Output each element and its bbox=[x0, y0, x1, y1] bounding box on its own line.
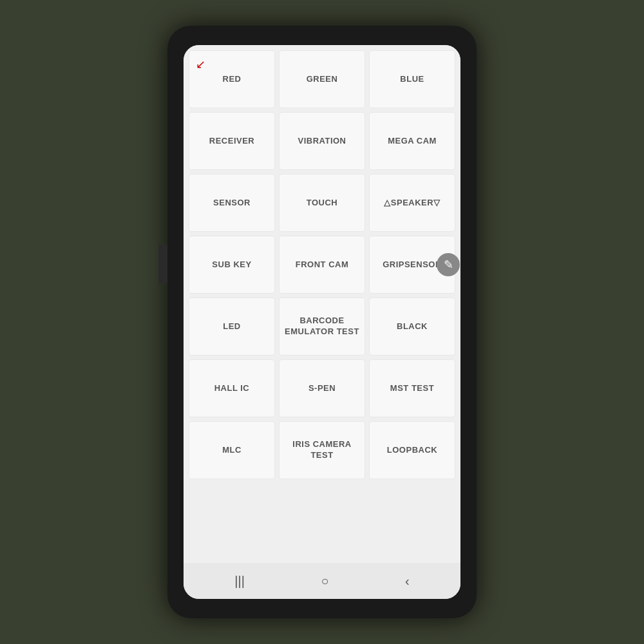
back-icon[interactable]: ‹ bbox=[405, 574, 410, 589]
cell-label-hall-ic: HALL IC bbox=[212, 381, 252, 397]
screen-content: ↙REDGREENBLUERECEIVERVIBRATIONMEGA CAMSE… bbox=[184, 45, 460, 563]
cell-label-led: LED bbox=[220, 319, 243, 335]
grid-cell-gripsensor[interactable]: ✎GRIPSENSOR bbox=[369, 236, 455, 294]
cell-label-mst-test: MST TEST bbox=[388, 381, 437, 397]
cell-label-receiver: RECEIVER bbox=[207, 133, 257, 149]
cell-label-red: RED bbox=[220, 71, 244, 88]
home-icon[interactable]: ○ bbox=[321, 574, 328, 589]
grid-cell-front-cam[interactable]: FRONT CAM bbox=[279, 236, 365, 294]
cell-label-iris-camera-test: IRIS CAMERA TEST bbox=[279, 437, 365, 464]
cell-label-sensor: SENSOR bbox=[211, 195, 253, 211]
cell-label-touch: TOUCH bbox=[304, 195, 340, 211]
grid-cell-black[interactable]: BLACK bbox=[369, 298, 455, 355]
cell-label-blue: BLUE bbox=[397, 71, 426, 88]
cell-label-vibration: VIBRATION bbox=[295, 133, 348, 149]
grid-cell-vibration[interactable]: VIBRATION bbox=[279, 112, 365, 170]
grid-cell-iris-camera-test[interactable]: IRIS CAMERA TEST bbox=[279, 421, 365, 479]
nav-bar: ||| ○ ‹ bbox=[184, 563, 460, 599]
test-grid: ↙REDGREENBLUERECEIVERVIBRATIONMEGA CAMSE… bbox=[189, 50, 455, 479]
cell-label-black: BLACK bbox=[394, 319, 430, 335]
cell-label-green: GREEN bbox=[304, 71, 341, 88]
grid-cell-blue[interactable]: BLUE bbox=[369, 50, 455, 108]
phone-screen: ↙REDGREENBLUERECEIVERVIBRATIONMEGA CAMSE… bbox=[184, 45, 460, 599]
grid-cell-touch[interactable]: TOUCH bbox=[279, 174, 365, 232]
grid-cell-mst-test[interactable]: MST TEST bbox=[369, 359, 455, 417]
grid-cell-mega-cam[interactable]: MEGA CAM bbox=[369, 112, 455, 170]
grid-cell-sensor[interactable]: SENSOR bbox=[189, 174, 275, 232]
cell-label-mega-cam: MEGA CAM bbox=[385, 133, 439, 149]
cell-label-front-cam: FRONT CAM bbox=[293, 257, 352, 273]
grid-cell-receiver[interactable]: RECEIVER bbox=[189, 112, 275, 170]
cell-label-speaker: △SPEAKER▽ bbox=[381, 195, 442, 211]
grid-cell-led[interactable]: LED bbox=[189, 298, 275, 355]
cell-label-mlc: MLC bbox=[220, 442, 244, 459]
cell-label-s-pen: S-PEN bbox=[306, 381, 338, 397]
grid-cell-mlc[interactable]: MLC bbox=[189, 421, 275, 479]
grid-cell-speaker[interactable]: △SPEAKER▽ bbox=[369, 174, 455, 232]
grid-cell-green[interactable]: GREEN bbox=[279, 50, 365, 108]
grid-cell-loopback[interactable]: LOOPBACK bbox=[369, 421, 455, 479]
grid-cell-hall-ic[interactable]: HALL IC bbox=[189, 359, 275, 417]
cell-label-sub-key: SUB KEY bbox=[209, 257, 254, 273]
phone-outer: ↙REDGREENBLUERECEIVERVIBRATIONMEGA CAMSE… bbox=[167, 26, 477, 618]
grid-cell-barcode-emulator-test[interactable]: BARCODE EMULATOR TEST bbox=[279, 298, 365, 355]
cell-label-gripsensor: GRIPSENSOR bbox=[380, 257, 444, 273]
recents-icon[interactable]: ||| bbox=[234, 574, 245, 589]
grid-cell-sub-key[interactable]: SUB KEY bbox=[189, 236, 275, 294]
fab-edit-button[interactable]: ✎ bbox=[437, 253, 460, 276]
cell-label-loopback: LOOPBACK bbox=[384, 442, 440, 459]
side-button bbox=[158, 245, 167, 283]
grid-cell-red[interactable]: ↙RED bbox=[189, 50, 275, 108]
cell-label-barcode-emulator-test: BARCODE EMULATOR TEST bbox=[282, 313, 362, 340]
grid-cell-s-pen[interactable]: S-PEN bbox=[279, 359, 365, 417]
red-arrow-icon: ↙ bbox=[196, 57, 205, 71]
